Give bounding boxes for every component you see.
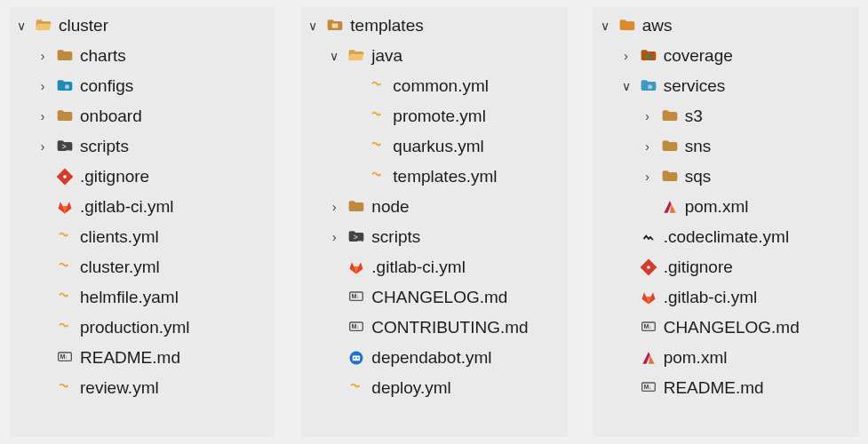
tree-item[interactable]: production.yml (14, 313, 268, 343)
yml-icon (368, 107, 387, 126)
svg-point-0 (65, 84, 69, 89)
yml-icon (368, 76, 387, 96)
tree-item[interactable]: deploy.yml (306, 373, 560, 403)
svg-text:M↓: M↓ (643, 323, 651, 329)
tree-item[interactable]: ›coverage (598, 41, 852, 71)
tree-item[interactable]: M↓CONTRIBUTING.md (306, 313, 560, 343)
chevron-down-icon[interactable]: ∨ (598, 19, 612, 33)
svg-text:M↓: M↓ (643, 384, 651, 390)
gitignore-icon (639, 258, 658, 277)
tree-item[interactable]: review.yml (14, 373, 268, 403)
tree-item[interactable]: .codeclimate.yml (598, 222, 852, 252)
tree-item-label: templates (350, 16, 423, 36)
tree-item[interactable]: M↓CHANGELOG.md (598, 313, 852, 343)
tree-item[interactable]: M↓README.md (598, 373, 852, 403)
tree-item-label: CONTRIBUTING.md (371, 318, 528, 337)
tree-item[interactable]: ›sns (598, 131, 852, 162)
tree-item[interactable]: templates.yml (306, 162, 560, 192)
tree-item-label: common.yml (393, 76, 489, 96)
chevron-right-icon[interactable]: › (36, 79, 50, 93)
yml-icon (368, 167, 387, 186)
tree-item[interactable]: promote.yml (306, 101, 560, 131)
chevron-right-icon[interactable]: › (327, 200, 341, 214)
tree-item[interactable]: ›sqs (598, 162, 852, 192)
tree-item-label: scripts (371, 227, 420, 247)
tree-item-label: charts (80, 46, 126, 66)
chevron-down-icon[interactable]: ∨ (306, 19, 320, 33)
chevron-right-icon[interactable]: › (641, 109, 655, 123)
chevron-right-icon[interactable]: › (641, 139, 655, 154)
tree-item[interactable]: ›>_scripts (306, 222, 560, 252)
chevron-down-icon[interactable]: ∨ (14, 19, 28, 33)
chevron-right-icon[interactable]: › (36, 139, 50, 154)
tree-item[interactable]: ∨aws (598, 11, 852, 41)
folder-icon (660, 107, 680, 126)
tree-item[interactable]: dependabot.yml (306, 343, 560, 373)
svg-rect-13 (353, 356, 360, 361)
chevron-right-icon[interactable]: › (327, 230, 341, 244)
chevron-down-icon[interactable]: ∨ (619, 79, 633, 93)
gitlab-icon (55, 197, 75, 217)
tree-item-label: dependabot.yml (371, 348, 491, 368)
tree-item-label: production.yml (80, 318, 190, 337)
tree-item[interactable]: ›charts (14, 41, 268, 71)
tree-item-label: scripts (80, 137, 129, 156)
svg-rect-16 (646, 54, 649, 59)
tree-item-label: s3 (685, 107, 703, 126)
tree-item-label: services (664, 76, 726, 96)
chevron-right-icon[interactable]: › (36, 109, 50, 123)
tree-item[interactable]: M↓CHANGELOG.md (306, 282, 560, 313)
tree-item[interactable]: ›configs (14, 71, 268, 101)
tree-item[interactable]: ›>_scripts (14, 131, 268, 162)
codeclimate-icon (639, 227, 658, 247)
chevron-right-icon[interactable]: › (619, 49, 633, 63)
tree-item[interactable]: pom.xml (598, 192, 852, 222)
chevron-down-icon[interactable]: ∨ (327, 49, 341, 63)
tree-item[interactable]: pom.xml (598, 343, 852, 373)
file-tree-panel: ∨aws›coverage∨services›s3›sns›sqspom.xml… (593, 7, 859, 437)
chevron-right-icon[interactable]: › (36, 49, 50, 63)
tree-item[interactable]: .gitignore (14, 162, 268, 192)
tree-item[interactable]: quarkus.yml (306, 131, 560, 162)
tree-item-label: .gitlab-ci.yml (80, 197, 174, 217)
yml-icon (55, 378, 75, 398)
folder-aws-icon (617, 16, 637, 36)
tree-item-label: .gitlab-ci.yml (371, 258, 466, 277)
tree-item[interactable]: M↓README.md (14, 343, 268, 373)
tree-item-label: .gitignore (664, 258, 733, 277)
svg-rect-15 (357, 357, 359, 359)
maven-icon (639, 348, 658, 368)
folder-scripts-icon: >_ (55, 137, 75, 156)
tree-item[interactable]: ›s3 (598, 101, 852, 131)
svg-rect-6 (332, 24, 338, 28)
dependabot-icon (346, 348, 366, 368)
md-icon: M↓ (639, 378, 658, 398)
tree-item[interactable]: ∨cluster (14, 11, 268, 41)
tree-item[interactable]: clients.yml (14, 222, 268, 252)
chevron-right-icon[interactable]: › (641, 170, 655, 184)
yml-icon (346, 378, 366, 398)
tree-item[interactable]: ∨templates (306, 11, 560, 41)
tree-item[interactable]: .gitignore (598, 252, 852, 282)
tree-item-label: aws (642, 16, 673, 36)
tree-item[interactable]: common.yml (306, 71, 560, 101)
tree-item[interactable]: .gitlab-ci.yml (598, 282, 852, 313)
tree-item[interactable]: helmfile.yaml (14, 282, 268, 313)
tree-item-label: coverage (664, 46, 733, 66)
svg-text:>_: >_ (354, 233, 362, 242)
tree-item-label: README.md (664, 378, 764, 398)
md-icon: M↓ (346, 288, 366, 307)
yml-icon (55, 318, 75, 337)
tree-item[interactable]: ›onboard (14, 101, 268, 131)
md-icon: M↓ (639, 318, 658, 337)
tree-item[interactable]: cluster.yml (14, 252, 268, 282)
folder-icon (55, 107, 75, 126)
tree-item[interactable]: .gitlab-ci.yml (14, 192, 268, 222)
tree-item[interactable]: .gitlab-ci.yml (306, 252, 560, 282)
yml-icon (55, 288, 75, 307)
folder-open-icon (34, 16, 53, 36)
tree-item[interactable]: ∨services (598, 71, 852, 101)
tree-item[interactable]: ∨java (306, 41, 560, 71)
folder-icon (346, 197, 366, 217)
tree-item[interactable]: ›node (306, 192, 560, 222)
